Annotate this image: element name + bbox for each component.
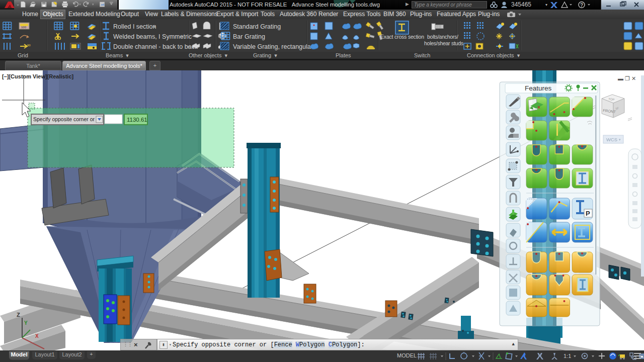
svg-text:Variable Grating, rectangular: Variable Grating, rectangular bbox=[233, 43, 313, 50]
svg-text:Welded beams, I Symmetric: Welded beams, I Symmetric bbox=[113, 33, 192, 40]
svg-text:Double channel - back to back: Double channel - back to back bbox=[113, 43, 198, 50]
svg-text:100: 100 bbox=[21, 26, 27, 29]
svg-text:×: × bbox=[537, 105, 540, 110]
svg-text:Exact cross section: Exact cross section bbox=[380, 34, 424, 40]
svg-text:?: ? bbox=[580, 3, 583, 8]
svg-text:WCS: WCS bbox=[606, 137, 617, 142]
svg-text:P: P bbox=[586, 210, 590, 217]
svg-text:Bar Grating: Bar Grating bbox=[233, 33, 265, 40]
svg-text:Rolled I section: Rolled I section bbox=[113, 23, 156, 30]
svg-text:1:1: 1:1 bbox=[564, 353, 571, 359]
svg-text:holes/shear studs: holes/shear studs bbox=[424, 40, 463, 46]
svg-text:▾: ▾ bbox=[153, 25, 155, 29]
svg-text:bolts/anchors/: bolts/anchors/ bbox=[427, 34, 458, 40]
svg-text:▾: ▾ bbox=[619, 138, 621, 141]
svg-text:TOP: TOP bbox=[608, 98, 615, 101]
svg-text:▾: ▾ bbox=[188, 45, 190, 49]
svg-text:90: 90 bbox=[27, 44, 31, 47]
svg-text:▾: ▾ bbox=[181, 35, 183, 39]
svg-text:Features: Features bbox=[525, 84, 552, 92]
svg-text:Standard Grating: Standard Grating bbox=[233, 23, 281, 30]
